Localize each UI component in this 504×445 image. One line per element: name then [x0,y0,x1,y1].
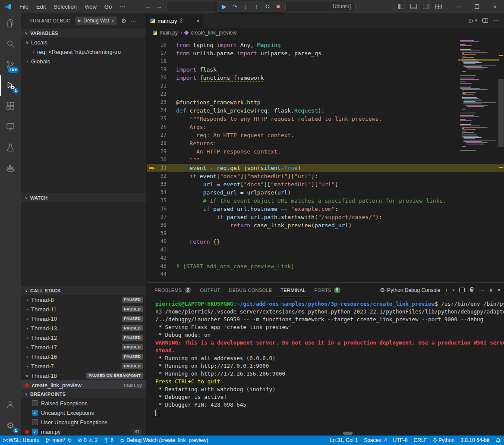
call-stack-thread[interactable]: ›Thread-12PAUSED [21,333,146,342]
code-line-21[interactable]: 21 [147,82,504,90]
menu-overflow[interactable]: ⋯ [116,3,129,10]
breakpoints-section-header[interactable]: ∨ BREAKPOINTS [21,389,146,398]
debug-step-out-button[interactable]: ↑ [252,1,261,12]
editor-scrollbar[interactable] [498,38,504,282]
line-number-gutter[interactable]: 26 [147,123,176,131]
code-line-43[interactable]: 43# [START add_ons_case_preview_link] [147,262,504,270]
activity-testing-icon[interactable] [0,137,21,158]
code-line-22[interactable]: 22 [147,90,504,98]
code-line-42[interactable]: 42 [147,254,504,262]
breakpoint-row[interactable]: ✓main.py31 [21,427,146,436]
breadcrumb-file[interactable]: main.py [160,30,178,36]
cursor-position-status[interactable]: Ln 31, Col 1 [327,436,361,445]
breakpoint-row[interactable]: Raised Exceptions [21,398,146,408]
encoding-status[interactable]: UTF-8 [390,436,411,445]
line-number-gutter[interactable]: 19 [147,66,176,74]
line-number-gutter[interactable]: 22 [147,90,176,98]
panel-tab-output[interactable]: OUTPUT [195,283,224,297]
call-stack-thread[interactable]: ›Thread-7PAUSED [21,361,146,371]
line-number-gutter[interactable]: 44 [147,270,176,279]
variable-row[interactable]: ›req:<Request 'http://charming-tro [21,47,146,56]
call-stack-thread[interactable]: ›Thread-8PAUSED [21,295,146,304]
menu-view[interactable]: View [81,0,101,13]
nav-back-icon[interactable]: ← [144,3,152,10]
line-number-gutter[interactable]: 34 [147,188,176,197]
new-terminal-icon[interactable]: + [444,287,448,293]
code-line-30[interactable]: 30 """ [147,156,504,164]
code-line-34[interactable]: 34 parsed_url = urlparse(url) [147,188,504,197]
activity-search-icon[interactable] [0,34,21,54]
code-line-39[interactable]: 39 [147,229,504,238]
nav-forward-icon[interactable]: → [155,3,163,10]
run-python-file-button[interactable]: ▷∨ [469,17,477,24]
breakpoint-row[interactable]: ✓Uncaught Exceptions [21,408,146,417]
code-line-33[interactable]: 33 url = event["docs"]["matchedUrl"]["ur… [147,180,504,188]
line-number-gutter[interactable]: 32 [147,172,176,180]
problems-status[interactable]: ⊘ 0 ⚠ 2 [75,436,101,445]
accounts-icon[interactable] [0,394,21,415]
watch-section-header[interactable]: ∨ WATCH [21,193,146,202]
debug-session-status[interactable]: Debug Watch (create_link_preview) [117,436,211,445]
line-number-gutter[interactable]: 16 [147,41,176,49]
code-line-31[interactable]: 31 event = req.get_json(silent=True) [147,164,504,172]
code-line-18[interactable]: 18 [147,57,504,66]
forwarded-ports-status[interactable]: 6 [101,436,117,445]
code-line-24[interactable]: 24def create_link_preview(req: flask.Req… [147,107,504,115]
activity-docker-icon[interactable] [0,158,21,179]
call-stack-thread[interactable]: ›Thread-11PAUSED [21,304,146,314]
code-line-25[interactable]: 25 """Responds to any HTTP request relat… [147,115,504,123]
debug-configuration-dropdown[interactable]: ▶ Debug Wat ∨ [75,16,117,25]
line-number-gutter[interactable]: 20 [147,74,176,82]
line-number-gutter[interactable]: 17 [147,49,176,57]
split-editor-icon[interactable] [482,18,488,23]
line-number-gutter[interactable]: 35 [147,197,176,205]
line-number-gutter[interactable]: 42 [147,254,176,262]
line-number-gutter[interactable]: 24 [147,107,176,115]
split-terminal-icon[interactable] [459,288,465,292]
line-number-gutter[interactable]: 39 [147,229,176,238]
code-line-29[interactable]: 29 An HTTP response context. [147,147,504,156]
line-number-gutter[interactable]: 33 [147,180,176,188]
line-number-gutter[interactable]: 29 [147,147,176,156]
code-line-20[interactable]: 20import functions_framework [147,74,504,82]
scrollbar-thumb[interactable] [498,79,504,147]
code-line-40[interactable]: 40 return {} [147,238,504,246]
editor-more-actions-icon[interactable]: ⋯ [493,17,499,24]
line-number-gutter[interactable]: 27 [147,131,176,139]
tab-main-py[interactable]: main.py 2 × [147,13,204,28]
code-line-28[interactable]: 28 Returns: [147,139,504,147]
close-window-button[interactable]: × [486,0,504,13]
code-line-17[interactable]: 17from urllib.parse import urlparse, par… [147,49,504,57]
activity-source-control-icon[interactable]: 1K+ [0,54,21,75]
breakpoint-checkbox[interactable] [32,419,38,425]
call-stack-thread[interactable]: ›Thread-17PAUSED [21,342,146,352]
code-line-37[interactable]: 37 if parsed_url.path.startswith("/suppo… [147,213,504,221]
maximize-panel-icon[interactable]: ∧ [489,287,493,293]
sidebar-more-actions-icon[interactable]: ⋯ [130,17,136,24]
settings-gear-icon[interactable]: ⚙ 1 [0,415,21,436]
git-branch-status[interactable]: main* ↻ [42,436,75,445]
line-number-gutter[interactable]: 40 [147,238,176,246]
code-line-41[interactable]: 41 [147,246,504,254]
line-number-gutter[interactable]: 41 [147,246,176,254]
code-line-19[interactable]: 19import flask [147,66,504,74]
customize-layout-icon[interactable] [435,4,442,9]
code-line-27[interactable]: 27 req: An HTTP request context. [147,131,504,139]
toggle-secondary-sidebar-icon[interactable] [423,4,429,9]
call-stack-section-header[interactable]: ∨ CALL STACK [21,285,146,295]
debug-settings-gear-icon[interactable]: ⚙ [121,17,126,24]
activity-run-and-debug-icon[interactable]: 1 [0,75,21,96]
code-line-26[interactable]: 26 Args: [147,123,504,131]
line-number-gutter[interactable]: 37 [147,213,176,221]
toggle-panel-icon[interactable] [410,4,417,9]
menu-go[interactable]: Go [101,0,116,13]
code-line-16[interactable]: 16from typing import Any, Mapping [147,41,504,49]
line-number-gutter[interactable]: 21 [147,82,176,90]
line-number-gutter[interactable]: 36 [147,205,176,213]
maximize-button[interactable]: ☐ [468,0,486,13]
breakpoint-checkbox[interactable] [32,400,38,406]
minimap[interactable] [460,40,497,153]
terminal-scrollbar-thumb[interactable] [343,432,353,435]
panel-more-actions-icon[interactable]: ⋯ [479,287,485,293]
terminal-dropdown-chevron-icon[interactable]: ∨ [452,288,455,292]
